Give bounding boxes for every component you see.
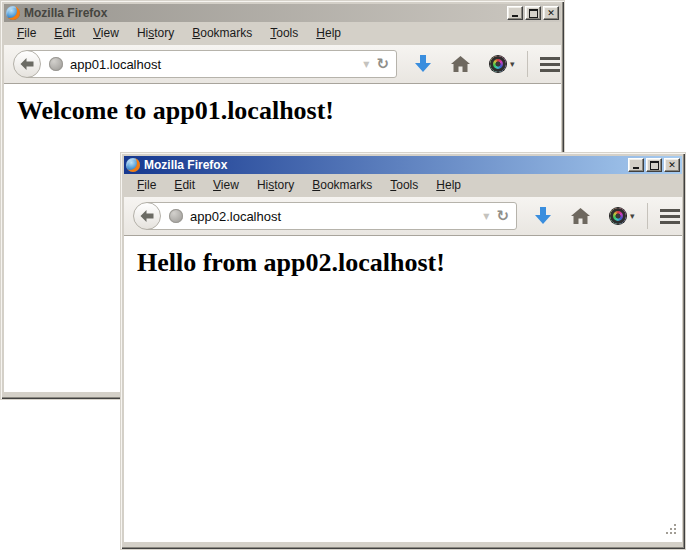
urlbar-dropdown-icon[interactable]: ▼ <box>476 212 496 221</box>
toolbar-separator <box>527 51 528 77</box>
maximize-button[interactable] <box>646 158 662 172</box>
menu-file[interactable]: File <box>128 175 165 196</box>
menu-help[interactable]: Help <box>307 23 350 44</box>
menu-history[interactable]: History <box>128 23 183 44</box>
back-arrow-icon <box>20 58 34 70</box>
titlebar[interactable]: Mozilla Firefox ✕ <box>4 4 561 22</box>
url-text: app02.localhost <box>190 209 281 224</box>
extension-caret-icon: ▾ <box>630 211 635 221</box>
firefox-window-app02: Mozilla Firefox ✕ File Edit View History… <box>120 152 686 550</box>
close-icon: ✕ <box>547 9 555 18</box>
reload-icon[interactable]: ↻ <box>496 209 509 224</box>
url-text: app01.localhost <box>70 57 161 72</box>
menu-bookmarks[interactable]: Bookmarks <box>183 23 261 44</box>
menu-tools[interactable]: Tools <box>261 23 307 44</box>
color-wheel-icon <box>610 208 626 224</box>
menu-edit[interactable]: Edit <box>165 175 204 196</box>
firefox-logo-icon <box>6 6 20 20</box>
back-arrow-icon <box>140 210 154 222</box>
minimize-icon <box>633 167 639 169</box>
window-title: Mozilla Firefox <box>24 6 107 20</box>
resize-grip[interactable] <box>664 524 678 538</box>
site-identity-globe-icon[interactable] <box>49 57 63 71</box>
page-heading: Welcome to app01.localhost! <box>17 96 561 126</box>
close-icon: ✕ <box>668 161 676 170</box>
extension-button[interactable]: ▾ <box>490 56 515 72</box>
url-bar[interactable]: app02.localhost ▼ ↻ <box>145 202 517 230</box>
downloads-button[interactable] <box>535 207 551 225</box>
menu-history[interactable]: History <box>248 175 303 196</box>
firefox-logo-icon <box>126 158 140 172</box>
color-wheel-icon <box>490 56 506 72</box>
back-button[interactable] <box>13 50 41 78</box>
page-content: Hello from app02.localhost! <box>124 236 682 542</box>
menu-panel-button[interactable] <box>660 209 680 224</box>
menu-view[interactable]: View <box>84 23 128 44</box>
minimize-button[interactable] <box>507 6 523 20</box>
menu-tools[interactable]: Tools <box>381 175 427 196</box>
reload-icon[interactable]: ↻ <box>376 57 389 72</box>
menu-edit[interactable]: Edit <box>45 23 84 44</box>
page-heading: Hello from app02.localhost! <box>137 248 682 278</box>
url-bar[interactable]: app01.localhost ▼ ↻ <box>25 50 397 78</box>
back-button[interactable] <box>133 202 161 230</box>
menu-panel-button[interactable] <box>540 57 560 72</box>
home-icon <box>571 208 590 224</box>
hamburger-icon <box>660 209 680 224</box>
maximize-icon <box>650 161 659 170</box>
home-button[interactable] <box>571 208 590 224</box>
download-arrow-icon <box>535 207 551 225</box>
menu-view[interactable]: View <box>204 175 248 196</box>
window-controls: ✕ <box>628 158 680 172</box>
home-button[interactable] <box>451 56 470 72</box>
hamburger-icon <box>540 57 560 72</box>
close-button[interactable]: ✕ <box>664 158 680 172</box>
home-icon <box>451 56 470 72</box>
titlebar[interactable]: Mozilla Firefox ✕ <box>124 156 682 174</box>
menu-file[interactable]: File <box>8 23 45 44</box>
maximize-icon <box>529 9 538 18</box>
minimize-button[interactable] <box>628 158 644 172</box>
window-title: Mozilla Firefox <box>144 158 227 172</box>
maximize-button[interactable] <box>525 6 541 20</box>
extension-caret-icon: ▾ <box>510 59 515 69</box>
menu-help[interactable]: Help <box>427 175 470 196</box>
menu-bookmarks[interactable]: Bookmarks <box>303 175 381 196</box>
downloads-button[interactable] <box>415 55 431 73</box>
extension-button[interactable]: ▾ <box>610 208 635 224</box>
menu-bar: File Edit View History Bookmarks Tools H… <box>124 174 682 197</box>
toolbar-separator <box>647 203 648 229</box>
minimize-icon <box>512 15 518 17</box>
navigation-toolbar: app01.localhost ▼ ↻ ▾ <box>4 45 561 84</box>
window-controls: ✕ <box>507 6 559 20</box>
site-identity-globe-icon[interactable] <box>169 209 183 223</box>
menu-bar: File Edit View History Bookmarks Tools H… <box>4 22 561 45</box>
navigation-toolbar: app02.localhost ▼ ↻ ▾ <box>124 197 682 236</box>
urlbar-dropdown-icon[interactable]: ▼ <box>356 60 376 69</box>
download-arrow-icon <box>415 55 431 73</box>
close-button[interactable]: ✕ <box>543 6 559 20</box>
